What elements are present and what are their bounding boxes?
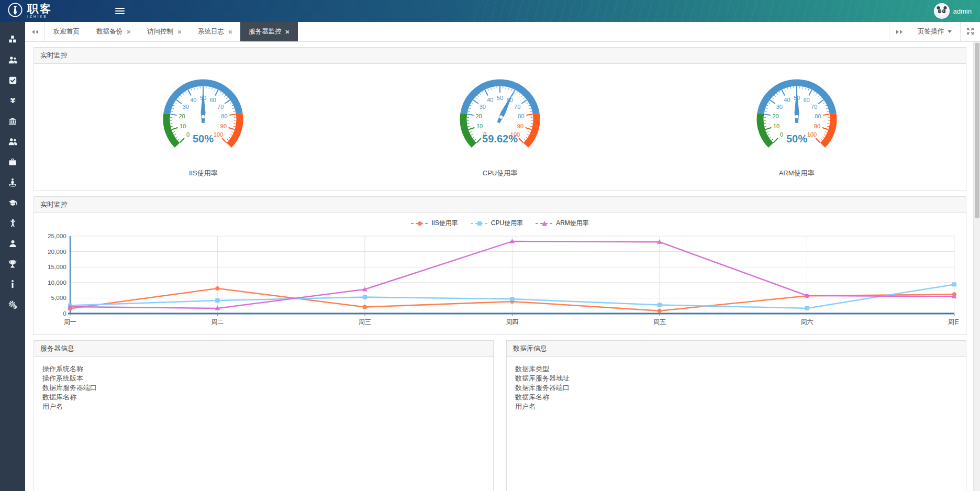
- legend-item-3[interactable]: ARM使用率: [536, 219, 589, 228]
- logo-tie-icon: [7, 2, 23, 20]
- server-info-row-2: 操作系统版本: [42, 374, 485, 383]
- sidebar-item-7[interactable]: [0, 157, 25, 166]
- usage-line-chart: 05,00010,00015,00020,00025,000周一周二周三周四周五…: [41, 230, 959, 327]
- sidebar-item-2[interactable]: [0, 55, 25, 64]
- server-info-row-4: 数据库名称: [42, 393, 485, 402]
- user-menu[interactable]: admin: [934, 3, 980, 19]
- sidebar-item-6[interactable]: [0, 137, 25, 146]
- sidebar-item-13[interactable]: [0, 280, 25, 289]
- legend-label: ARM使用率: [556, 219, 589, 228]
- sidebar: ¥: [0, 22, 25, 491]
- legend-item-2[interactable]: CPU使用率: [471, 219, 523, 228]
- tab-label: 数据备份: [96, 27, 122, 36]
- legend-label: IIS使用率: [431, 219, 458, 228]
- sidebar-item-11[interactable]: [0, 239, 25, 248]
- logo-subtext: IZHIKE: [27, 15, 52, 19]
- tab-item-2[interactable]: 数据备份: [88, 22, 139, 41]
- app-logo[interactable]: 职客 IZHIKE: [0, 2, 52, 20]
- tab-close-icon[interactable]: [285, 30, 289, 34]
- svg-text:20: 20: [475, 113, 482, 119]
- svg-text:40: 40: [487, 97, 493, 103]
- svg-text:25,000: 25,000: [48, 233, 66, 239]
- expand-icon: [967, 27, 974, 37]
- svg-text:0: 0: [63, 310, 66, 317]
- svg-text:周六: 周六: [800, 318, 813, 326]
- gauge-dial: 010203040506070809010059.62%: [445, 71, 555, 159]
- database-info-title: 数据库信息: [507, 341, 966, 357]
- svg-text:20: 20: [772, 113, 778, 119]
- svg-text:0: 0: [186, 131, 190, 138]
- sidebar-item-3[interactable]: [0, 75, 25, 85]
- info-icon: [10, 280, 15, 289]
- svg-text:周一: 周一: [64, 318, 76, 326]
- tab-operations-dropdown[interactable]: 页签操作: [909, 22, 960, 41]
- legend-item-1[interactable]: IIS使用率: [411, 219, 458, 228]
- fullscreen-button[interactable]: [960, 22, 980, 41]
- menu-toggle-icon[interactable]: [115, 6, 125, 16]
- caret-down-icon: [948, 30, 952, 35]
- svg-text:周四: 周四: [506, 318, 518, 326]
- gauge-dial: 010203040506070809010050%: [742, 71, 852, 159]
- page-content: 实时监控 010203040506070809010050%IIS使用率0102…: [25, 42, 980, 491]
- svg-text:10: 10: [773, 123, 779, 129]
- svg-text:70: 70: [514, 104, 520, 110]
- team-icon: [8, 137, 18, 146]
- chart-legend: IIS使用率CPU使用率ARM使用率: [41, 215, 959, 230]
- tab-close-icon[interactable]: [177, 30, 181, 34]
- svg-text:30: 30: [480, 104, 486, 110]
- graduation-cap-icon: [8, 198, 18, 207]
- server-info-panel: 服务器信息 操作系统名称操作系统版本数据库服务器端口数据库名称用户名: [34, 340, 494, 491]
- street-view-icon: [8, 177, 17, 187]
- gauge-1: 010203040506070809010050%IIS使用率: [148, 71, 258, 178]
- vertical-scrollbar[interactable]: [973, 42, 980, 491]
- sidebar-item-14[interactable]: [0, 300, 25, 309]
- sidebar-item-10[interactable]: [0, 218, 25, 228]
- sidebar-item-5[interactable]: [0, 116, 25, 126]
- scrollbar-thumb[interactable]: [975, 43, 979, 218]
- gauge-2: 010203040506070809010059.62%CPU使用率: [445, 71, 555, 178]
- database-info-row-3: 数据库服务器端口: [515, 383, 957, 393]
- tab-close-icon[interactable]: [126, 30, 130, 34]
- svg-text:80: 80: [815, 113, 821, 119]
- svg-text:周二: 周二: [211, 318, 224, 326]
- database-info-row-5: 用户名: [515, 402, 957, 411]
- sidebar-item-8[interactable]: [0, 177, 25, 187]
- tab-item-3[interactable]: 访问控制: [139, 22, 190, 41]
- svg-text:30: 30: [776, 104, 782, 110]
- bank-icon: [8, 117, 17, 126]
- sidebar-item-12[interactable]: [0, 259, 25, 269]
- svg-text:50%: 50%: [193, 133, 214, 144]
- svg-text:60: 60: [210, 97, 216, 103]
- sidebar-item-1[interactable]: [0, 35, 25, 44]
- database-info-row-4: 数据库名称: [515, 393, 957, 402]
- tab-label: 访问控制: [147, 27, 173, 36]
- svg-text:50: 50: [497, 95, 503, 101]
- svg-text:周日: 周日: [948, 318, 959, 326]
- svg-text:100: 100: [214, 131, 223, 138]
- tab-close-icon[interactable]: [228, 30, 232, 34]
- sidebar-item-9[interactable]: [0, 198, 25, 207]
- server-info-title: 服务器信息: [34, 341, 493, 357]
- svg-text:¥: ¥: [10, 96, 15, 105]
- svg-text:周三: 周三: [359, 318, 371, 326]
- server-info-row-3: 数据库服务器端口: [42, 383, 485, 393]
- check-square-icon: [8, 76, 17, 85]
- svg-text:100: 100: [807, 131, 816, 138]
- tabs-scroll-right-button[interactable]: [889, 22, 909, 41]
- svg-text:90: 90: [220, 123, 227, 129]
- tab-item-4[interactable]: 系统日志: [190, 22, 240, 41]
- tabs-scroll-left-button[interactable]: [25, 22, 45, 41]
- tab-item-1[interactable]: 欢迎首页: [45, 22, 88, 41]
- double-right-arrow-icon: [896, 30, 903, 34]
- svg-text:30: 30: [183, 104, 189, 110]
- double-left-arrow-icon: [31, 30, 39, 34]
- realtime-gauges-panel: 实时监控 010203040506070809010050%IIS使用率0102…: [34, 47, 966, 191]
- tab-item-5[interactable]: 服务器监控: [240, 22, 298, 41]
- svg-text:10: 10: [180, 123, 186, 129]
- sidebar-item-4[interactable]: ¥: [0, 96, 25, 105]
- tab-label: 欢迎首页: [53, 27, 80, 36]
- avatar: [934, 3, 950, 19]
- yen-icon: ¥: [8, 96, 17, 105]
- svg-text:80: 80: [221, 113, 228, 119]
- tab-label: 服务器监控: [249, 27, 282, 36]
